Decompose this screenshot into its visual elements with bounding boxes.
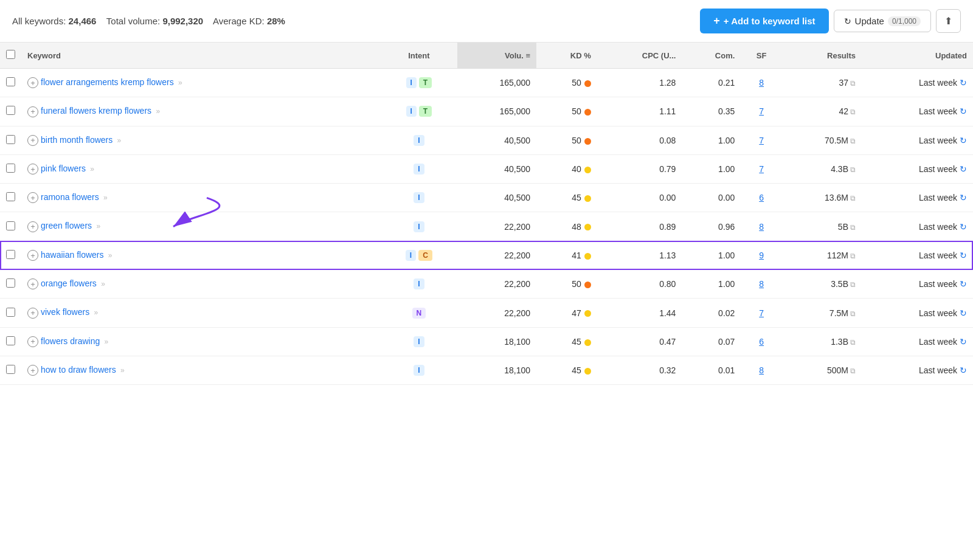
- add-keyword-icon[interactable]: +: [27, 164, 38, 175]
- sf-cell[interactable]: 7: [741, 154, 782, 183]
- intent-badge-t: T: [419, 106, 432, 117]
- copy-icon[interactable]: ⧉: [850, 108, 856, 116]
- keyword-cell[interactable]: +how to draw flowers »: [21, 356, 381, 384]
- sf-value[interactable]: 8: [759, 365, 764, 375]
- export-button[interactable]: ⬆: [936, 9, 961, 33]
- keyword-cell[interactable]: +green flowers »: [21, 212, 381, 241]
- sf-value[interactable]: 9: [759, 251, 764, 260]
- sf-cell[interactable]: 7: [741, 126, 782, 154]
- keyword-cell[interactable]: +flowers drawing »: [21, 327, 381, 356]
- copy-icon[interactable]: ⧉: [850, 165, 856, 174]
- add-keyword-icon[interactable]: +: [27, 221, 38, 232]
- sf-value[interactable]: 8: [759, 78, 764, 88]
- row-checkbox[interactable]: [6, 135, 15, 144]
- sf-value[interactable]: 8: [759, 222, 764, 232]
- row-checkbox[interactable]: [6, 192, 15, 201]
- keyword-cell[interactable]: +ramona flowers »: [21, 184, 381, 212]
- keyword-cell[interactable]: +funeral flowers kremp flowers »: [21, 97, 381, 126]
- sf-cell[interactable]: 7: [741, 299, 782, 327]
- refresh-row-icon[interactable]: ↻: [960, 193, 967, 202]
- refresh-row-icon[interactable]: ↻: [960, 251, 967, 260]
- keyword-link[interactable]: ramona flowers: [41, 192, 99, 202]
- row-checkbox[interactable]: [6, 250, 15, 259]
- refresh-row-icon[interactable]: ↻: [960, 279, 967, 289]
- results-cell: 112M⧉: [782, 241, 862, 269]
- sf-cell[interactable]: 8: [741, 212, 782, 241]
- keyword-cell[interactable]: +hawaiian flowers »: [21, 241, 381, 269]
- kd-cell: 45: [536, 356, 597, 384]
- copy-icon[interactable]: ⧉: [850, 280, 856, 289]
- copy-icon[interactable]: ⧉: [850, 338, 856, 347]
- add-keyword-icon[interactable]: +: [27, 365, 38, 376]
- keyword-link[interactable]: vivek flowers: [41, 307, 89, 317]
- add-keyword-icon[interactable]: +: [27, 250, 38, 261]
- sf-cell[interactable]: 7: [741, 97, 782, 126]
- select-all-checkbox[interactable]: [6, 50, 15, 59]
- keyword-cell[interactable]: +flower arrangements kremp flowers »: [21, 69, 381, 97]
- copy-icon[interactable]: ⧉: [850, 194, 856, 202]
- row-checkbox[interactable]: [6, 221, 15, 230]
- sf-value[interactable]: 6: [759, 193, 764, 202]
- add-keyword-icon[interactable]: +: [27, 106, 38, 117]
- refresh-row-icon[interactable]: ↻: [960, 222, 967, 232]
- refresh-row-icon[interactable]: ↻: [960, 164, 967, 174]
- add-to-keyword-list-button[interactable]: + + Add to keyword list: [700, 9, 828, 33]
- copy-icon[interactable]: ⧉: [850, 79, 856, 88]
- keyword-link[interactable]: how to draw flowers: [41, 365, 116, 375]
- sf-value[interactable]: 7: [759, 136, 764, 145]
- keyword-link[interactable]: flowers drawing: [41, 336, 100, 346]
- add-keyword-icon[interactable]: +: [27, 77, 38, 88]
- row-checkbox[interactable]: [6, 365, 15, 374]
- sf-value[interactable]: 6: [759, 337, 764, 347]
- copy-icon[interactable]: ⧉: [850, 309, 856, 318]
- sf-cell[interactable]: 6: [741, 184, 782, 212]
- copy-icon[interactable]: ⧉: [850, 367, 856, 375]
- row-checkbox[interactable]: [6, 164, 15, 173]
- sf-cell[interactable]: 9: [741, 241, 782, 269]
- copy-icon[interactable]: ⧉: [850, 252, 856, 260]
- keyword-link[interactable]: green flowers: [41, 221, 92, 230]
- sf-cell[interactable]: 6: [741, 327, 782, 356]
- add-keyword-icon[interactable]: +: [27, 336, 38, 347]
- row-checkbox[interactable]: [6, 308, 15, 317]
- sf-cell[interactable]: 8: [741, 69, 782, 97]
- intent-cell: I: [381, 126, 457, 154]
- refresh-row-icon[interactable]: ↻: [960, 106, 967, 116]
- sf-cell[interactable]: 8: [741, 270, 782, 299]
- refresh-row-icon[interactable]: ↻: [960, 365, 967, 375]
- add-keyword-icon[interactable]: +: [27, 308, 38, 319]
- add-keyword-icon[interactable]: +: [27, 278, 38, 289]
- row-checkbox[interactable]: [6, 336, 15, 345]
- sf-value[interactable]: 7: [759, 308, 764, 318]
- keyword-link[interactable]: hawaiian flowers: [41, 250, 104, 260]
- keyword-link[interactable]: flower arrangements kremp flowers: [41, 77, 174, 87]
- sf-cell[interactable]: 8: [741, 356, 782, 384]
- keyword-cell[interactable]: +birth month flowers »: [21, 126, 381, 154]
- select-all-header[interactable]: [0, 43, 21, 69]
- refresh-row-icon[interactable]: ↻: [960, 308, 967, 318]
- add-keyword-icon[interactable]: +: [27, 135, 38, 146]
- sf-value[interactable]: 7: [759, 106, 764, 116]
- refresh-row-icon[interactable]: ↻: [960, 136, 967, 145]
- sf-value[interactable]: 7: [759, 164, 764, 174]
- keyword-link[interactable]: birth month flowers: [41, 135, 113, 145]
- sf-value[interactable]: 8: [759, 279, 764, 289]
- keyword-cell[interactable]: +pink flowers »: [21, 154, 381, 183]
- keyword-link[interactable]: funeral flowers kremp flowers: [41, 106, 151, 116]
- keyword-cell[interactable]: +vivek flowers »: [21, 299, 381, 327]
- copy-icon[interactable]: ⧉: [850, 223, 856, 232]
- row-checkbox[interactable]: [6, 77, 15, 86]
- row-checkbox[interactable]: [6, 278, 15, 288]
- refresh-row-icon[interactable]: ↻: [960, 78, 967, 88]
- update-button[interactable]: ↻ Update 0/1,000: [834, 10, 931, 32]
- cpc-cell: 1.44: [597, 299, 682, 327]
- table-row: +birth month flowers »I40,500500.081.007…: [0, 126, 973, 154]
- keyword-link[interactable]: pink flowers: [41, 164, 86, 173]
- volume-column-header[interactable]: Volu. ≡: [457, 43, 536, 69]
- add-keyword-icon[interactable]: +: [27, 192, 38, 203]
- keyword-link[interactable]: orange flowers: [41, 278, 97, 288]
- keyword-cell[interactable]: +orange flowers »: [21, 270, 381, 299]
- refresh-row-icon[interactable]: ↻: [960, 337, 967, 347]
- row-checkbox[interactable]: [6, 106, 15, 115]
- copy-icon[interactable]: ⧉: [850, 137, 856, 145]
